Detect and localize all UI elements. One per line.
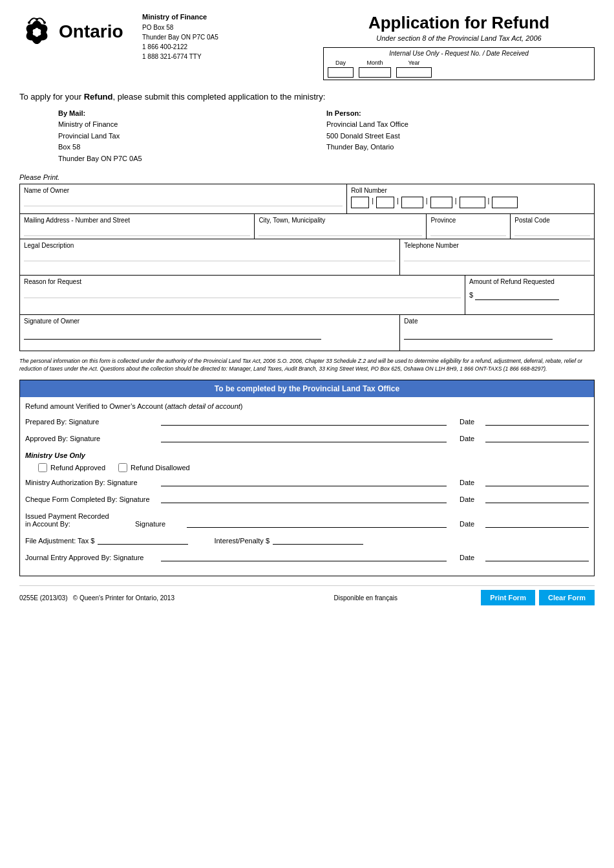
- refund-approved-checkbox[interactable]: [38, 463, 47, 472]
- postal-code-input[interactable]: [514, 225, 590, 236]
- interest-adj-line: [273, 544, 363, 545]
- cheque-date-line: [485, 503, 589, 503]
- reason-for-request-input[interactable]: [24, 288, 461, 298]
- postal-code-cell: Postal Code: [511, 214, 594, 239]
- provincial-section: To be completed by the Provincial Land T…: [19, 380, 595, 576]
- legal-description-label: Legal Description: [24, 242, 396, 249]
- issued-signature-label: Signature: [135, 520, 180, 528]
- roll-seg-1[interactable]: [351, 197, 369, 208]
- roll-seg-6[interactable]: [492, 197, 518, 208]
- amount-refund-cell: Amount of Refund Requested $: [465, 276, 594, 314]
- in-account-label: in Account By:: [25, 520, 135, 528]
- please-print: Please Print.: [19, 173, 595, 181]
- ministry-name: Ministry of Finance: [142, 13, 323, 21]
- prepared-date-line: [485, 425, 589, 426]
- issued-payment-label: Issued Payment Recorded: [25, 512, 135, 520]
- legal-description-input[interactable]: [24, 250, 396, 261]
- date-cell-owner: Date: [400, 315, 594, 351]
- svg-rect-6: [36, 38, 38, 44]
- ministry-address: PO Box 58 Thunder Bay ON P7C 0A5 1 866 4…: [142, 23, 323, 61]
- province-label: Province: [430, 217, 506, 224]
- year-input[interactable]: [396, 67, 432, 78]
- approved-date-line: [485, 442, 589, 442]
- cheque-form-row: Cheque Form Completed By: Signature Date: [25, 495, 589, 503]
- province-input[interactable]: [430, 225, 506, 236]
- refund-approved-label: Refund Approved: [50, 464, 105, 472]
- clear-form-button[interactable]: Clear Form: [539, 590, 595, 605]
- footer-french: Disponible en français: [334, 594, 397, 602]
- signature-line: [24, 339, 321, 340]
- refund-disallowed-item: Refund Disallowed: [118, 463, 190, 472]
- roll-seg-5[interactable]: [460, 197, 485, 208]
- form-number: 0255E (2013/03): [19, 594, 68, 602]
- city-town-input[interactable]: [259, 225, 422, 236]
- person-option: In Person: Provincial Land Tax Office 50…: [326, 109, 595, 164]
- issued-payment-row: Issued Payment Recorded in Account By: S…: [25, 512, 589, 528]
- date-line-owner: [404, 339, 553, 340]
- month-input[interactable]: [359, 67, 391, 78]
- issued-date-line: [485, 527, 589, 528]
- province-cell: Province: [427, 214, 511, 239]
- year-label: Year: [396, 60, 432, 66]
- journal-date-line: [485, 561, 589, 561]
- form-section: Name of Owner Roll Number | | | | |: [19, 184, 595, 351]
- approved-by-label: Approved By: Signature: [25, 435, 154, 442]
- svg-point-9: [36, 18, 38, 21]
- roll-number-cell: Roll Number | | | | |: [347, 184, 594, 213]
- ministry-info: Ministry of Finance PO Box 58 Thunder Ba…: [136, 13, 323, 61]
- journal-entry-label: Journal Entry Approved By: Signature: [25, 554, 154, 561]
- file-adj-row: File Adjustment: Tax $ Interest/Penalty …: [25, 537, 589, 545]
- dollar-input-row: $: [469, 289, 590, 300]
- approved-by-row: Approved By: Signature Date: [25, 435, 589, 442]
- internal-label: Internal Use Only - Request No. / Date R…: [328, 50, 590, 57]
- footer-right: Print Form Clear Form: [481, 590, 595, 605]
- roll-number-row: | | | | |: [351, 197, 590, 208]
- internal-use-box: Internal Use Only - Request No. / Date R…: [323, 47, 595, 80]
- mail-option: By Mail: Ministry of Finance Provincial …: [58, 109, 326, 164]
- signature-of-owner-cell: Signature of Owner: [20, 315, 400, 351]
- page-subtitle: Under section 8 of the Provincial Land T…: [323, 34, 595, 42]
- telephone-input[interactable]: [404, 250, 590, 261]
- ministry-auth-row: Ministry Authorization By: Signature Dat…: [25, 479, 589, 486]
- amount-refund-label: Amount of Refund Requested: [469, 278, 590, 285]
- name-of-owner-label: Name of Owner: [24, 187, 343, 194]
- footer-center: Disponible en français: [250, 594, 481, 602]
- postal-code-label: Postal Code: [514, 217, 590, 224]
- print-form-button[interactable]: Print Form: [481, 590, 535, 605]
- date-label-owner: Date: [404, 318, 590, 325]
- prepared-by-row: Prepared By: Signature Date: [25, 418, 589, 426]
- trillium-icon: [19, 13, 55, 50]
- month-label: Month: [359, 60, 391, 66]
- amount-input[interactable]: [475, 289, 559, 300]
- refund-disallowed-checkbox[interactable]: [118, 463, 127, 472]
- page-title: Application for Refund: [323, 13, 595, 33]
- signature-of-owner-label: Signature of Owner: [24, 318, 396, 325]
- day-input[interactable]: [328, 67, 354, 78]
- roll-seg-2[interactable]: [376, 197, 394, 208]
- mailing-address-input[interactable]: [24, 225, 250, 236]
- person-title: In Person:: [326, 109, 595, 117]
- cheque-date-label: Date: [460, 495, 485, 503]
- footer-bar: 0255E (2013/03) © Queen's Printer for On…: [19, 585, 595, 605]
- intro-text: To apply for your Refund, please submit …: [19, 92, 595, 102]
- roll-seg-3[interactable]: [401, 197, 423, 208]
- roll-seg-4[interactable]: [430, 197, 452, 208]
- refund-approved-item: Refund Approved: [38, 463, 105, 472]
- telephone-cell: Telephone Number: [400, 239, 594, 275]
- ontario-logo: Ontario: [19, 13, 123, 50]
- form-row-address: Mailing Address - Number and Street City…: [20, 214, 594, 239]
- footer-copyright: © Queen's Printer for Ontario, 2013: [73, 594, 175, 602]
- prepared-by-label: Prepared By: Signature: [25, 418, 154, 426]
- form-row-legal-tel: Legal Description Telephone Number: [20, 239, 594, 276]
- mailing-address-label: Mailing Address - Number and Street: [24, 217, 250, 224]
- logo-area: Ontario: [19, 13, 136, 50]
- city-town-cell: City, Town, Municipality: [255, 214, 427, 239]
- journal-sig-line: [161, 561, 447, 561]
- name-of-owner-input[interactable]: [24, 195, 343, 206]
- month-field: Month: [359, 60, 391, 78]
- legal-description-cell: Legal Description: [20, 239, 400, 275]
- refund-bold: Refund: [84, 92, 113, 102]
- ministry-auth-label: Ministry Authorization By: Signature: [25, 479, 154, 486]
- form-row-reason-amount: Reason for Request Amount of Refund Requ…: [20, 276, 594, 315]
- person-body: Provincial Land Tax Office 500 Donald St…: [326, 119, 595, 153]
